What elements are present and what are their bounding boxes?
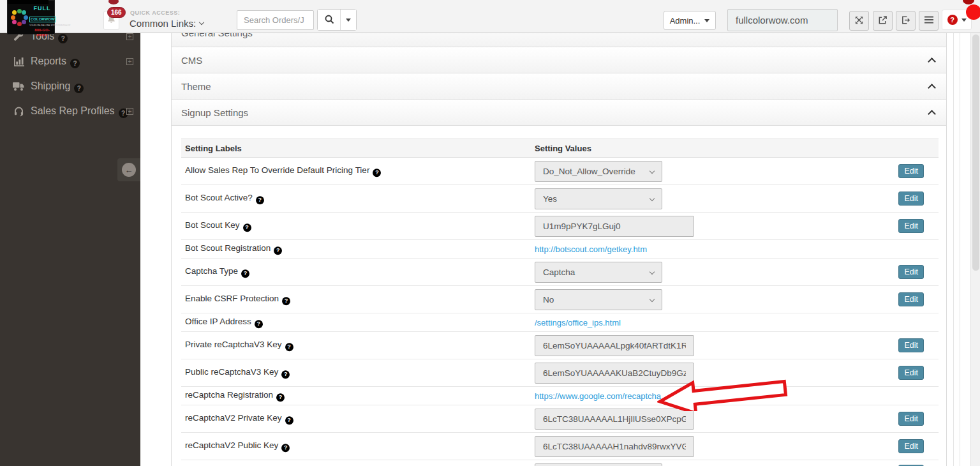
setting-link[interactable]: http://botscout.com/getkey.htm (535, 244, 647, 254)
settings-panel: General SettingsCMSThemeSignup Settings … (171, 18, 947, 466)
column-header-values: Setting Values (535, 139, 591, 158)
site-domain-field[interactable] (727, 9, 838, 31)
admin-dropdown[interactable]: Admin... (664, 11, 716, 30)
question-circle-icon: ? (285, 416, 293, 425)
external-link-button[interactable] (873, 11, 893, 31)
search-button-group (317, 9, 357, 31)
question-circle-icon: ? (282, 297, 290, 305)
setting-input[interactable] (535, 363, 694, 384)
notification-count-badge[interactable]: 166 (107, 7, 126, 18)
setting-label: reCaptchaV2 Public Key? (185, 440, 290, 452)
edit-button[interactable]: Edit (898, 192, 924, 206)
table-row: reCaptchaV2 Private Key?Edit (181, 405, 939, 433)
logo-color-dot (17, 22, 22, 26)
setting-link[interactable]: /settings/office_ips.html (535, 318, 621, 327)
admin-page: QUICK ACCESS: Common Links: Admin... ? (0, 0, 980, 466)
expand-plus-icon[interactable]: + (126, 33, 133, 40)
sign-out-button[interactable] (896, 11, 916, 31)
table-row: Captcha Type?CaptchaEdit (181, 259, 939, 286)
page-scrollbar[interactable] (970, 33, 980, 466)
setting-link[interactable]: https://www.google.com/recaptcha (535, 391, 661, 401)
logo-line1: FULL (29, 6, 55, 11)
table-row: Bot Scout Key?Edit (181, 213, 939, 240)
sidebar-nav: ← Tools?+Reports?+Shipping?Sales Rep Pro… (0, 33, 140, 466)
edit-button[interactable]: Edit (898, 412, 924, 426)
select-value: Do_Not_Allow_Override (543, 167, 635, 176)
expand-plus-icon[interactable]: + (126, 108, 133, 115)
sidebar-item-shipping[interactable]: Shipping? (0, 74, 140, 99)
search-options-button[interactable] (340, 10, 356, 30)
expand-button[interactable] (849, 11, 869, 31)
table-row: reCaptchaV2 Public Key?Edit (181, 433, 939, 460)
table-row: Require New Account Creation Approval?Ed… (181, 460, 939, 466)
admin-dropdown-label: Admin... (670, 16, 701, 26)
setting-label: reCaptcha Registration? (185, 390, 285, 402)
chevron-down-icon (650, 297, 655, 302)
setting-select[interactable]: No (535, 289, 662, 310)
logo-color-dot (22, 20, 26, 24)
logo-line2: COLORWOW (29, 17, 56, 22)
setting-label: Captcha Type? (185, 266, 249, 278)
select-value: Captcha (543, 267, 575, 277)
table-row: Allow Sales Rep To Override Default Pric… (181, 158, 939, 185)
chevron-up-icon (928, 57, 936, 66)
accordion-section-theme[interactable]: Theme (172, 73, 946, 100)
select-value: Yes (543, 194, 557, 204)
setting-select[interactable]: Captcha (535, 262, 662, 283)
sidebar-item-sales-rep-profiles[interactable]: Sales Rep Profiles?+ (0, 99, 140, 124)
sidebar-item-reports[interactable]: Reports?+ (0, 49, 140, 74)
expand-plus-icon[interactable]: + (126, 58, 133, 65)
chevron-down-icon (650, 169, 655, 174)
question-circle-icon: ? (276, 393, 285, 402)
table-row: Public reCaptchaV3 Key?Edit (181, 359, 939, 387)
setting-input[interactable] (535, 436, 694, 457)
company-logo[interactable]: FULL COLORWOW YOUR ONLINE ONE STOP PRINT… (7, 0, 55, 34)
edit-button[interactable]: Edit (898, 164, 924, 178)
table-row: Enable CSRF Protection?NoEdit (181, 286, 939, 313)
search-input[interactable] (237, 10, 314, 30)
setting-input[interactable] (535, 409, 694, 430)
external-link-icon (878, 15, 887, 27)
logo-top-strip (8, 0, 48, 4)
accordion-section-signup-settings[interactable]: Signup Settings (172, 100, 946, 126)
common-links-dropdown[interactable]: Common Links: (130, 18, 204, 29)
logo-color-dot (22, 10, 26, 15)
setting-input[interactable] (535, 216, 694, 237)
table-row: Bot Scout Active??YesEdit (181, 185, 939, 213)
setting-select[interactable]: Do_Not_Allow_Override (535, 161, 662, 182)
menu-button[interactable] (919, 11, 939, 31)
search-button[interactable] (318, 10, 340, 30)
sidebar-item-tools[interactable]: Tools?+ (0, 33, 140, 49)
edit-button[interactable]: Edit (898, 265, 924, 279)
scrollbar-thumb[interactable] (972, 34, 979, 271)
setting-label: Bot Scout Active?? (185, 193, 264, 204)
sidebar-item-label: Reports? (31, 56, 80, 68)
container-border (953, 33, 954, 466)
bar-chart-icon (11, 56, 26, 67)
corner-notification-dot (966, 4, 980, 20)
accordion-section-label: Signup Settings (181, 107, 248, 118)
chevron-up-icon (928, 84, 936, 92)
accordion-section-label: CMS (181, 55, 202, 66)
wrench-icon (11, 33, 26, 42)
setting-select[interactable]: Yes (535, 188, 662, 209)
question-circle-icon: ? (373, 169, 381, 177)
accordion-section-cms[interactable]: CMS (172, 47, 946, 73)
setting-select[interactable] (535, 463, 662, 466)
edit-button[interactable]: Edit (898, 292, 924, 306)
quick-access-label: QUICK ACCESS: (130, 10, 180, 16)
arrow-left-icon: ← (122, 163, 136, 177)
setting-label: Office IP Address? (185, 317, 263, 328)
caret-down-icon (346, 19, 351, 22)
question-circle-icon: ? (947, 15, 958, 25)
chevron-down-icon (199, 19, 204, 24)
logo-color-dot (17, 9, 22, 13)
sidebar-collapse-button[interactable]: ← (117, 158, 140, 181)
edit-button[interactable]: Edit (898, 219, 924, 233)
edit-button[interactable]: Edit (898, 366, 924, 380)
edit-button[interactable]: Edit (898, 338, 924, 352)
truck-icon (11, 82, 26, 91)
edit-button[interactable]: Edit (898, 439, 924, 453)
setting-input[interactable] (535, 335, 694, 356)
question-circle-icon: ? (274, 246, 282, 255)
